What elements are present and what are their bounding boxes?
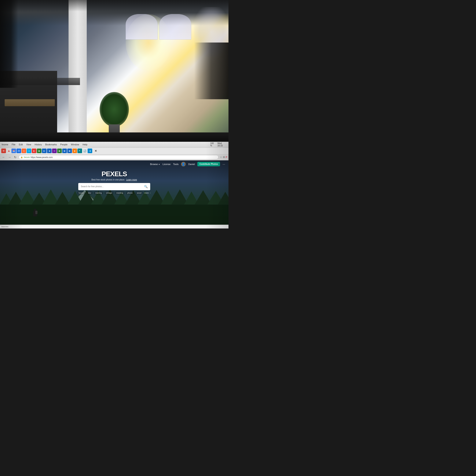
- top-overlay: [0, 0, 228, 11]
- suggestion-vintage[interactable]: vintage: [105, 191, 113, 194]
- toolbar-icon-calendar[interactable]: 📅: [11, 149, 16, 153]
- toolbar-icon-close[interactable]: ✕: [94, 149, 98, 153]
- search-bar[interactable]: 🔍: [78, 183, 150, 190]
- menu-history[interactable]: History: [35, 143, 42, 146]
- menu-file[interactable]: File: [12, 143, 16, 146]
- toolbar-icon-gmail[interactable]: M: [1, 149, 6, 153]
- bg-window-right: [159, 14, 191, 40]
- pinterest-icon[interactable]: P: [226, 156, 227, 158]
- suggestion-blur[interactable]: blur: [87, 191, 92, 194]
- toolbar-icon-2[interactable]: ●: [22, 149, 26, 153]
- menu-window[interactable]: Window: [71, 143, 79, 146]
- suggestion-training[interactable]: training: [94, 191, 103, 194]
- toolbar-icon-11[interactable]: ▦: [67, 149, 72, 153]
- contribute-photos-button[interactable]: Contribute Photos: [197, 162, 220, 166]
- search-input[interactable]: [81, 185, 142, 188]
- suggestion-wood[interactable]: wood: [136, 191, 143, 194]
- menu-bookmarks[interactable]: Bookmarks: [45, 143, 57, 146]
- more-options-icon[interactable]: ···: [222, 162, 225, 166]
- avatar-image: 👤: [182, 162, 185, 166]
- structural-pillar: [68, 0, 87, 142]
- toolbar-icon-8[interactable]: M: [52, 149, 57, 153]
- toolbar-icon-10[interactable]: ▦: [62, 149, 67, 153]
- menu-edit[interactable]: Edit: [19, 143, 23, 146]
- toolbar-icon-6[interactable]: ▶: [42, 149, 47, 153]
- searches-label: Searches: [1, 226, 8, 228]
- clock: Wed 16:15: [218, 142, 227, 147]
- refresh-button[interactable]: ↻: [13, 155, 17, 159]
- toolbar-icon-4[interactable]: ▶: [32, 149, 36, 153]
- back-button[interactable]: ←: [1, 155, 6, 159]
- office-chair: [194, 43, 228, 99]
- bg-window-left: [126, 14, 158, 40]
- toolbar-icon-1[interactable]: 20: [17, 149, 21, 153]
- address-bar-icons: ☆ ⚙ P: [220, 156, 227, 159]
- tagline-text: Best free stock photos in one place.: [91, 179, 125, 181]
- secure-label: Secure: [24, 156, 30, 158]
- monitor-bezel: [0, 133, 228, 141]
- toolbar-icon-12[interactable]: ◆: [72, 149, 77, 153]
- person-body: [33, 211, 37, 216]
- pexels-website: Browse License Tools 👤 Daniel Contribute…: [0, 160, 228, 228]
- suggestion-meeting[interactable]: meeting: [115, 191, 124, 194]
- menu-view[interactable]: View: [26, 143, 31, 146]
- battery-indicator: 100 %: [210, 142, 216, 147]
- toolbar-icon-drive[interactable]: 🔺: [6, 149, 11, 153]
- pexels-navbar: Browse License Tools 👤 Daniel Contribute…: [0, 160, 228, 168]
- url-text: https://www.pexels.com: [31, 156, 53, 158]
- user-avatar[interactable]: 👤: [181, 162, 186, 167]
- table-surface: [5, 99, 55, 106]
- toolbar-icon-14[interactable]: 🔄: [83, 149, 87, 153]
- pexels-tagline: Best free stock photos in one place. Lea…: [91, 179, 137, 181]
- menu-people[interactable]: People: [60, 143, 68, 146]
- person-backpack: [35, 211, 37, 214]
- secure-lock-icon: 🔒: [20, 156, 23, 158]
- more-suggestions-link[interactable]: more →: [144, 192, 151, 194]
- office-background: [0, 0, 228, 142]
- address-bar[interactable]: 🔒 Secure https://www.pexels.com: [19, 155, 219, 159]
- menu-help[interactable]: Help: [83, 143, 87, 146]
- browser-toolbar: M 🔺 📅 20 ● ◎ ▶ ▦ ▶ ◀ M ▦ ▦ ▦ ◆ 🔍 🔄 ◀ ✕: [0, 148, 228, 154]
- forward-button[interactable]: →: [7, 155, 12, 159]
- toolbar-icon-15[interactable]: ◀: [87, 149, 92, 153]
- learn-more-link[interactable]: Learn more: [126, 179, 137, 181]
- tools-nav-item[interactable]: Tools: [173, 163, 179, 165]
- toolbar-icon-9[interactable]: ▦: [57, 149, 62, 153]
- browse-nav-item[interactable]: Browse: [150, 163, 160, 165]
- pexels-nav-right: Browse License Tools 👤 Daniel Contribute…: [150, 162, 225, 167]
- search-suggestions: house blur training vintage meeting phon…: [77, 191, 151, 194]
- search-submit-icon[interactable]: 🔍: [144, 185, 148, 188]
- toolbar-icon-13[interactable]: 🔍: [77, 149, 82, 153]
- browser-status-bar: Searches: [0, 225, 228, 228]
- pexels-hero-section: PEXELS Best free stock photos in one pla…: [0, 168, 228, 194]
- browser-window: hrome File Edit View History Bookmarks P…: [0, 142, 228, 228]
- license-nav-item[interactable]: License: [162, 163, 170, 165]
- pexels-logo: PEXELS: [102, 170, 127, 178]
- browser-title-bar: hrome File Edit View History Bookmarks P…: [0, 142, 228, 148]
- person-silhouette: [32, 209, 38, 220]
- menu-chrome[interactable]: hrome: [2, 143, 8, 146]
- star-icon[interactable]: ☆: [220, 156, 222, 159]
- toolbar-icon-7[interactable]: ◀: [47, 149, 52, 153]
- plant-leaves: [100, 92, 129, 127]
- toolbar-icon-3[interactable]: ◎: [27, 149, 31, 153]
- extensions-icon[interactable]: ⚙: [223, 156, 225, 159]
- menu-bar: hrome File Edit View History Bookmarks P…: [2, 143, 210, 146]
- toolbar-icon-5[interactable]: ▦: [37, 149, 41, 153]
- suggestion-phone[interactable]: phone: [126, 191, 134, 194]
- suggestion-house[interactable]: house: [77, 191, 85, 194]
- title-bar-right: 100 % Wed 16:15: [210, 142, 227, 147]
- user-name[interactable]: Daniel: [188, 163, 195, 165]
- left-foreground-shadow: [0, 0, 18, 88]
- background-windows: [126, 14, 206, 40]
- address-bar-row: ← → ↻ 🔒 Secure https://www.pexels.com ☆ …: [0, 154, 228, 160]
